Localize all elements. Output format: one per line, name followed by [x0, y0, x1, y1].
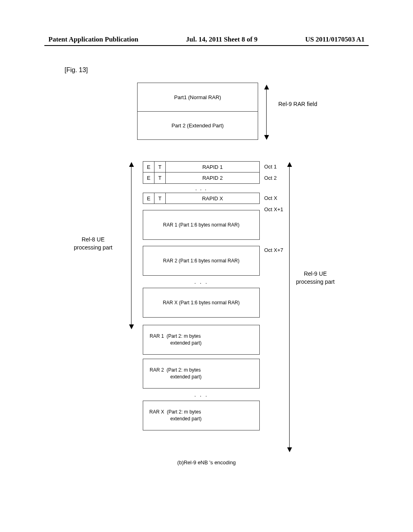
oct-2: Oct 2	[264, 175, 277, 181]
header-row-2: E T RAPID 2	[143, 172, 260, 184]
oct-xp7: Oct X+7	[264, 247, 283, 253]
upper-rar-box: Part1 (Normal RAR) Part 2 (Extended Part…	[137, 83, 258, 140]
rar1-part2: RAR 1 (Part 2: m bytes extended part)	[143, 325, 260, 355]
header-mid: Jul. 14, 2011 Sheet 8 of 9	[186, 35, 258, 44]
rel8-label: Rel-8 UE processing part	[74, 236, 113, 251]
rarx-part1: RAR X (Part 1:6 bytes normal RAR)	[143, 288, 260, 318]
header-rule	[44, 45, 369, 46]
header-row-1: E T RAPID 1	[143, 161, 260, 172]
cell-rapid: RAPID 2	[166, 172, 259, 183]
oct-x: Oct X	[264, 195, 277, 201]
oct-xp1: Oct X+1	[264, 206, 283, 212]
diagram-stack: E T RAPID 1 E T RAPID 2 . . . E T RAPID …	[143, 161, 260, 430]
left-arrow-up-icon	[129, 162, 134, 167]
header-right: US 2011/0170503 A1	[305, 35, 365, 44]
oct-1: Oct 1	[264, 164, 277, 170]
rar2-part2: RAR 2 (Part 2: m bytes extended part)	[143, 359, 260, 389]
rar-part1-ellipsis: . . .	[143, 276, 260, 288]
rarx-part2: RAR X (Part 2: m bytes extended part)	[143, 401, 260, 430]
rar-part2-ellipsis: . . .	[143, 389, 260, 401]
cell-rapid: RAPID X	[166, 193, 259, 204]
upper-side-label: Rel-9 RAR field	[278, 101, 317, 107]
rar1-part1: RAR 1 (Part 1:6 bytes normal RAR)	[143, 210, 260, 240]
header-row-x: E T RAPID X	[143, 193, 260, 204]
cell-t: T	[154, 172, 166, 183]
rar2-part1: RAR 2 (Part 1:6 bytes normal RAR)	[143, 246, 260, 276]
diagram-caption: (b)Rel-9 eNB 's encoding	[0, 459, 413, 466]
lower-diagram: E T RAPID 1 E T RAPID 2 . . . E T RAPID …	[0, 161, 413, 532]
rel9-label: Rel-9 UE processing part	[296, 270, 335, 286]
cell-e: E	[143, 162, 154, 172]
part2-row: Part 2 (Extended Part)	[138, 111, 258, 139]
header-left: Patent Application Publication	[48, 35, 138, 44]
cell-t: T	[154, 162, 166, 172]
header-ellipsis: . . .	[143, 184, 260, 193]
cell-t: T	[154, 193, 166, 204]
right-arrow-up-icon	[287, 162, 292, 167]
right-bracket	[289, 166, 290, 448]
header: Patent Application Publication Jul. 14, …	[0, 35, 413, 44]
part1-row: Part1 (Normal RAR)	[138, 83, 258, 111]
cell-e: E	[143, 172, 154, 183]
cell-e: E	[143, 193, 154, 204]
right-arrow-down-icon	[287, 447, 292, 452]
figure-label: [Fig. 13]	[65, 66, 88, 74]
cell-rapid: RAPID 1	[166, 162, 259, 172]
left-bracket	[131, 166, 131, 325]
left-arrow-down-icon	[129, 324, 134, 329]
